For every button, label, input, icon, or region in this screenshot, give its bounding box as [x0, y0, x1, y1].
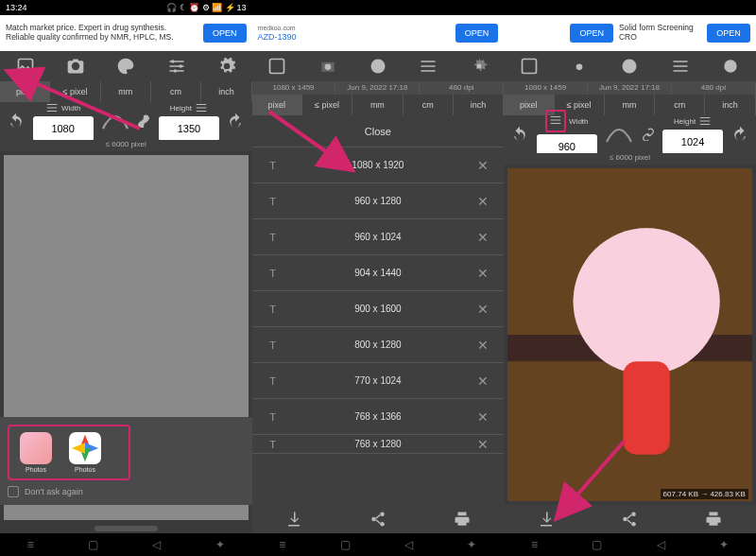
unit-lte-pixel[interactable]: ≤ pixel: [50, 81, 100, 102]
menu-icon[interactable]: [698, 114, 712, 128]
preset-row[interactable]: T900 x 1600✕: [252, 291, 505, 327]
ad-open-button[interactable]: OPEN: [570, 24, 613, 43]
ad-open-button[interactable]: OPEN: [707, 24, 750, 43]
android-nav: ≡ ▢ ◁ ✦: [252, 533, 505, 556]
delete-icon[interactable]: ✕: [472, 409, 494, 425]
width-input[interactable]: 1080: [33, 116, 94, 141]
unit-lte-pixel[interactable]: ≤ pixel: [302, 95, 352, 115]
delete-icon[interactable]: ✕: [472, 194, 494, 209]
preset-row[interactable]: T1080 x 1920✕: [252, 148, 505, 183]
unit-cm[interactable]: cm: [655, 95, 705, 115]
ad-banner-2[interactable]: medkoo.com AZD-1390 OPEN: [252, 15, 505, 51]
link-icon[interactable]: [137, 114, 150, 128]
undo-icon[interactable]: [8, 113, 25, 130]
dont-ask-checkbox[interactable]: [8, 486, 19, 497]
delete-icon[interactable]: ✕: [472, 437, 494, 452]
image-canvas-preview[interactable]: 607.74 KB → 426.83 KB: [507, 168, 752, 501]
preset-row[interactable]: T960 x 1024✕: [252, 219, 505, 255]
preset-row[interactable]: T960 x 1280✕: [252, 183, 505, 219]
sliders-icon[interactable]: [419, 57, 438, 76]
unit-pixel[interactable]: pixel: [0, 81, 50, 102]
nav-back-icon[interactable]: ◁: [152, 538, 161, 551]
delete-icon[interactable]: ✕: [472, 302, 494, 317]
dont-ask-row[interactable]: Don't ask again: [8, 486, 245, 497]
delete-icon[interactable]: ✕: [472, 338, 494, 353]
unit-mm[interactable]: mm: [605, 95, 655, 115]
preset-row[interactable]: T800 x 1280✕: [252, 327, 505, 363]
height-input[interactable]: 1350: [159, 116, 219, 141]
nav-home-icon[interactable]: ▢: [88, 538, 98, 551]
height-input[interactable]: 1024: [662, 130, 723, 154]
delete-icon[interactable]: ✕: [472, 374, 494, 389]
app-photos-1[interactable]: Photos: [15, 432, 57, 473]
unit-inch[interactable]: inch: [454, 95, 504, 115]
gallery-icon[interactable]: [520, 57, 539, 76]
gallery-icon[interactable]: [267, 57, 286, 76]
nav-accessibility-icon[interactable]: ✦: [467, 538, 476, 551]
nav-home-icon[interactable]: ▢: [340, 538, 351, 551]
delete-icon[interactable]: ✕: [472, 158, 494, 173]
nav-accessibility-icon[interactable]: ✦: [719, 538, 729, 551]
svg-point-2: [179, 64, 181, 67]
print-icon[interactable]: [454, 511, 471, 528]
menu-icon[interactable]: [195, 101, 208, 114]
height-label: Height: [674, 117, 696, 126]
print-icon[interactable]: [705, 511, 722, 528]
redo-icon[interactable]: [227, 113, 244, 130]
redo-icon[interactable]: [731, 126, 748, 143]
download-icon[interactable]: [285, 511, 302, 528]
google-photos-icon: [69, 432, 101, 464]
share-icon[interactable]: [621, 511, 638, 528]
ad-open-button[interactable]: OPEN: [455, 24, 499, 43]
share-icon[interactable]: [369, 511, 387, 528]
link-icon[interactable]: [642, 128, 655, 141]
unit-mm[interactable]: mm: [352, 95, 403, 115]
unit-inch[interactable]: inch: [705, 95, 755, 115]
unit-mm[interactable]: mm: [101, 81, 151, 102]
preset-row[interactable]: T904 x 1440✕: [252, 255, 505, 291]
unit-cm[interactable]: cm: [404, 95, 454, 115]
meta-date: Jun 9, 2022 17:18: [335, 81, 420, 95]
nav-accessibility-icon[interactable]: ✦: [215, 538, 225, 551]
gear-icon[interactable]: [721, 57, 740, 76]
toolbar: [252, 51, 505, 81]
palette-icon[interactable]: [369, 57, 387, 76]
delete-icon[interactable]: ✕: [472, 230, 494, 245]
nav-back-icon[interactable]: ◁: [657, 538, 665, 551]
nav-home-icon[interactable]: ▢: [592, 538, 602, 551]
preset-row[interactable]: T768 x 1366✕: [252, 399, 505, 435]
delete-icon[interactable]: ✕: [472, 266, 494, 281]
swap-curve-icon: [605, 125, 633, 144]
meta-resolution: 1080 x 1459: [504, 81, 588, 95]
size-limit: ≤ 6000 pixel: [0, 140, 252, 151]
sliders-icon[interactable]: [671, 57, 690, 76]
undo-icon[interactable]: [511, 126, 528, 143]
nav-recent-icon[interactable]: ≡: [27, 538, 34, 551]
sheet-handle[interactable]: [94, 526, 158, 531]
nav-recent-icon[interactable]: ≡: [531, 538, 538, 551]
camera-icon[interactable]: [318, 57, 337, 76]
download-icon[interactable]: [538, 511, 555, 528]
unit-inch[interactable]: inch: [201, 81, 251, 102]
camera-icon[interactable]: [66, 57, 85, 76]
ad-banner-3[interactable]: OPEN Solid form Screening CRO OPEN: [504, 15, 756, 51]
gallery-icon[interactable]: [16, 57, 35, 76]
ad-banner-1[interactable]: Match market price. Expert in drug synth…: [0, 15, 252, 51]
nav-recent-icon[interactable]: ≡: [279, 538, 285, 551]
preset-menu-button[interactable]: [545, 110, 566, 132]
camera-icon[interactable]: [570, 57, 589, 76]
unit-pixel[interactable]: pixel: [252, 95, 302, 115]
palette-icon[interactable]: [620, 57, 639, 76]
preset-row[interactable]: T770 x 1024✕: [252, 363, 505, 399]
sheet-close-button[interactable]: Close: [252, 115, 505, 148]
gear-icon[interactable]: [470, 57, 489, 76]
unit-cm[interactable]: cm: [151, 81, 201, 102]
palette-icon[interactable]: [116, 57, 135, 76]
preset-row[interactable]: T768 x 1280✕: [252, 435, 505, 454]
gear-icon[interactable]: [217, 57, 236, 76]
app-photos-2[interactable]: Photos: [64, 432, 106, 473]
nav-back-icon[interactable]: ◁: [404, 538, 413, 551]
ad-open-button[interactable]: OPEN: [203, 24, 247, 43]
menu-icon[interactable]: [45, 101, 59, 114]
sliders-icon[interactable]: [167, 57, 186, 76]
